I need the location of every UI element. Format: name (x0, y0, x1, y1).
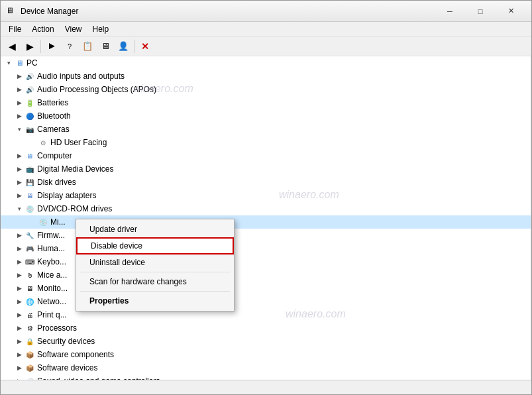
expand-bluetooth[interactable]: ▶ (14, 111, 25, 121)
expand-keyboard[interactable]: ▶ (14, 256, 25, 267)
label-apo: Audio Processing Objects (APOs) (37, 85, 156, 94)
close-button[interactable]: ✕ (496, 1, 526, 22)
window-controls: ─ □ ✕ (435, 1, 526, 22)
tree-item-software-devices[interactable]: ▶ 📦 Software devices (1, 361, 531, 374)
toolbar-separator-1 (40, 40, 41, 53)
label-dvd-mi: Mi... (50, 217, 66, 227)
label-computer: Computer (37, 151, 72, 160)
label-security: Security devices (37, 337, 95, 346)
icon-disk: 💾 (25, 177, 35, 188)
expand-print[interactable]: ▶ (14, 310, 25, 320)
icon-digital: 📺 (25, 164, 35, 174)
ctx-properties[interactable]: Properties (76, 294, 234, 308)
tree-item-batteries[interactable]: ▶ 🔋 Batteries (1, 96, 531, 109)
tree-item-digital[interactable]: ▶ 📺 Digital Media Devices (1, 162, 531, 176)
tree-item-sound[interactable]: ▶ 🔊 Sound, video and game controllers (1, 374, 531, 380)
tree-item-hd-user[interactable]: · ⊙ HD User Facing (1, 136, 531, 149)
tree-item-pc[interactable]: ▾ 🖥 PC (1, 56, 531, 70)
label-sound: Sound, video and game controllers (37, 376, 160, 380)
tree-item-apo[interactable]: ▶ 🔊 Audio Processing Objects (APOs) (1, 83, 531, 96)
cancel-button[interactable]: ✕ (136, 38, 154, 55)
expand-digital[interactable]: ▶ (14, 164, 25, 174)
icon-cameras: 📷 (25, 124, 35, 135)
label-bluetooth: Bluetooth (37, 111, 71, 121)
label-keyboard: Keybo... (37, 257, 66, 266)
tree-item-computer[interactable]: ▶ 🖥 Computer (1, 149, 531, 162)
help-button[interactable]: ? (61, 38, 78, 55)
device-tree[interactable]: winaero.com winaero.com winaero.com wina… (1, 56, 531, 380)
expand-batteries[interactable]: ▶ (14, 97, 25, 108)
label-batteries: Batteries (37, 98, 68, 107)
icon-dvd: 💿 (25, 203, 35, 214)
maximize-button[interactable]: □ (465, 1, 496, 22)
expand-processor[interactable]: ▶ (14, 323, 25, 333)
tree-item-security[interactable]: ▶ 🔒 Security devices (1, 335, 531, 348)
expand-human[interactable]: ▶ (14, 243, 25, 254)
tree-item-processor[interactable]: ▶ ⚙ Processors (1, 321, 531, 335)
tree-item-audio[interactable]: ▶ 🔊 Audio inputs and outputs (1, 70, 531, 83)
label-audio: Audio inputs and outputs (37, 72, 125, 81)
expand-sound[interactable]: ▶ (14, 376, 25, 380)
expand-mice[interactable]: ▶ (14, 270, 25, 280)
toolbar: ◀ ▶ ⯈ ? 📋 🖥 👤 ✕ (1, 36, 531, 56)
computer-button[interactable]: 🖥 (97, 38, 114, 55)
ctx-update-driver[interactable]: Update driver (76, 222, 234, 237)
tree-item-display[interactable]: ▶ 🖥 Display adapters (1, 189, 531, 202)
icon-pc: 🖥 (14, 58, 25, 68)
menu-file[interactable]: File (3, 23, 27, 35)
icon-print: 🖨 (25, 310, 35, 320)
label-software-devices: Software devices (37, 363, 97, 372)
user-button[interactable]: 👤 (115, 38, 132, 55)
icon-display: 🖥 (25, 190, 35, 201)
forward-button[interactable]: ▶ (21, 38, 38, 55)
icon-hd-user: ⊙ (38, 137, 48, 148)
expand-audio[interactable]: ▶ (14, 71, 25, 82)
minimize-button[interactable]: ─ (435, 1, 465, 22)
icon-human: 🎮 (25, 243, 35, 254)
label-disk: Disk drives (37, 178, 76, 187)
icon-apo: 🔊 (25, 84, 35, 95)
expand-monitor[interactable]: ▶ (14, 283, 25, 294)
label-network: Netwo... (37, 297, 66, 306)
expand-dvd[interactable]: ▾ (14, 203, 25, 214)
icon-software-devices: 📦 (25, 363, 35, 373)
expand-security[interactable]: ▶ (14, 336, 25, 347)
icon-processor: ⚙ (25, 323, 35, 333)
tree-item-disk[interactable]: ▶ 💾 Disk drives (1, 176, 531, 189)
expand-computer[interactable]: ▶ (14, 150, 25, 161)
expand-network[interactable]: ▶ (14, 296, 25, 307)
icon-sound: 🔊 (25, 376, 35, 380)
icon-mice: 🖱 (25, 270, 35, 280)
device-manager-window: 🖥 Device Manager ─ □ ✕ File Action View … (0, 0, 532, 395)
show-hidden-button[interactable]: ⯈ (43, 38, 60, 55)
tree-item-bluetooth[interactable]: ▶ 🔵 Bluetooth (1, 109, 531, 123)
prop-button[interactable]: 📋 (79, 38, 96, 55)
label-firmware: Firmw... (37, 231, 65, 240)
ctx-scan-hardware[interactable]: Scan for hardware changes (76, 274, 234, 289)
tree-item-cameras[interactable]: ▾ 📷 Cameras (1, 123, 531, 136)
expand-cameras[interactable]: ▾ (14, 124, 25, 135)
context-menu: Update driver Disable device Uninstall d… (76, 219, 235, 311)
expand-software-components[interactable]: ▶ (14, 349, 25, 360)
expand-pc[interactable]: ▾ (3, 58, 14, 68)
menu-view[interactable]: View (60, 23, 87, 35)
menu-help[interactable]: Help (87, 23, 115, 35)
window-title: Device Manager (21, 7, 435, 16)
expand-display[interactable]: ▶ (14, 190, 25, 201)
tree-item-software-components[interactable]: ▶ 📦 Software components (1, 348, 531, 361)
expand-software-devices[interactable]: ▶ (14, 363, 25, 373)
expand-disk[interactable]: ▶ (14, 177, 25, 188)
label-monitor: Monito... (37, 284, 68, 293)
menu-action[interactable]: Action (27, 23, 59, 35)
ctx-uninstall-device[interactable]: Uninstall device (76, 255, 234, 270)
status-bar (1, 380, 531, 394)
app-icon: 🖥 (6, 6, 17, 17)
back-button[interactable]: ◀ (3, 38, 21, 55)
expand-firmware[interactable]: ▶ (14, 230, 25, 241)
label-digital: Digital Media Devices (37, 164, 113, 174)
ctx-disable-device[interactable]: Disable device (76, 237, 234, 254)
title-bar: 🖥 Device Manager ─ □ ✕ (1, 1, 531, 22)
expand-apo[interactable]: ▶ (14, 84, 25, 95)
tree-item-dvd[interactable]: ▾ 💿 DVD/CD-ROM drives (1, 202, 531, 215)
icon-network: 🌐 (25, 296, 35, 307)
